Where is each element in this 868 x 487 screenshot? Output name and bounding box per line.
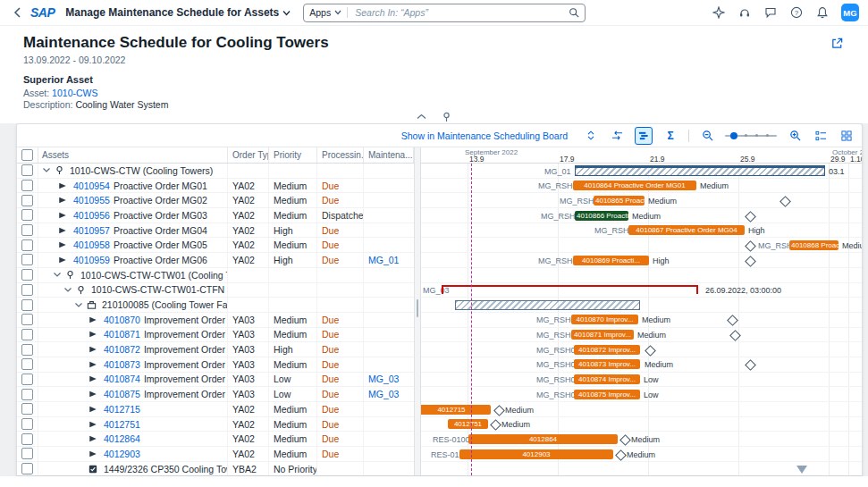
help-icon[interactable]: ? bbox=[789, 5, 804, 20]
row-checkbox[interactable] bbox=[21, 358, 33, 370]
milestone-diamond-icon[interactable] bbox=[729, 330, 741, 341]
order-id-link[interactable]: 4010959 bbox=[73, 255, 110, 265]
milestone-diamond-icon[interactable] bbox=[780, 196, 791, 207]
order-row[interactable]: 4010873Improvement Order MG04YA03MediumD… bbox=[17, 357, 414, 373]
order-id-link[interactable]: 4010874 bbox=[104, 374, 140, 384]
order-row[interactable]: 4010871Improvement Order MG02YA03MediumD… bbox=[17, 328, 414, 343]
asset-group-row[interactable]: 1010-CWS-CTW-CTW01 (Cooling Tower01) bbox=[17, 268, 414, 283]
search-scope-caret-icon[interactable] bbox=[334, 10, 341, 15]
order-row[interactable]: 4012715YA02MediumDue bbox=[17, 402, 414, 417]
order-row[interactable]: 4010957Proactive Order MG04YA02HighDue bbox=[17, 223, 414, 239]
column-header-order-type[interactable]: Order Type bbox=[228, 147, 269, 163]
row-checkbox[interactable] bbox=[21, 239, 33, 251]
milestone-diamond-icon[interactable] bbox=[745, 360, 756, 372]
zoom-out-icon[interactable] bbox=[699, 128, 715, 144]
scheduling-board-link[interactable]: Show in Maintenance Scheduling Board bbox=[401, 130, 568, 141]
row-checkbox[interactable] bbox=[21, 284, 33, 296]
splitter-handle[interactable] bbox=[414, 147, 421, 475]
row-checkbox[interactable] bbox=[21, 389, 33, 400]
support-icon[interactable] bbox=[737, 5, 752, 20]
collapse-header-icon[interactable] bbox=[416, 112, 428, 122]
row-checkbox[interactable] bbox=[21, 164, 33, 176]
order-id-link[interactable]: 4010955 bbox=[73, 195, 110, 206]
order-id-link[interactable]: 4012751 bbox=[104, 419, 140, 430]
milestone-diamond-icon[interactable] bbox=[745, 256, 756, 267]
row-checkbox[interactable] bbox=[21, 209, 33, 221]
row-checkbox[interactable] bbox=[21, 433, 33, 445]
milestone-diamond-icon[interactable] bbox=[615, 449, 627, 461]
gantt-bar[interactable]: 4010875 Improv... bbox=[574, 390, 640, 399]
pin-header-icon[interactable] bbox=[441, 112, 453, 122]
order-row[interactable]: 4010870Improvement Order MG01YA03MediumD… bbox=[17, 313, 414, 328]
app-title-caret-icon[interactable] bbox=[282, 10, 291, 16]
zoom-in-icon[interactable] bbox=[787, 128, 803, 144]
column-header-priority[interactable]: Priority bbox=[269, 147, 317, 163]
gantt-bar[interactable]: 4010868 Proac bbox=[789, 240, 839, 250]
order-row[interactable]: 1449/2326 CP350 Cooling Tower Fan Miami-… bbox=[17, 462, 414, 475]
row-checkbox[interactable] bbox=[21, 448, 33, 459]
maintenance-group-link[interactable]: MG_01 bbox=[368, 255, 399, 265]
legend-icon[interactable] bbox=[813, 128, 829, 144]
order-id-link[interactable]: 4010958 bbox=[73, 239, 110, 250]
collapse-all-icon[interactable] bbox=[583, 128, 599, 144]
marker-triangle-icon[interactable] bbox=[796, 466, 807, 474]
column-header-processing[interactable]: Processin... bbox=[317, 147, 364, 163]
column-header-maintenance[interactable]: Maintena... bbox=[364, 147, 414, 163]
zoom-slider-handle[interactable] bbox=[730, 132, 737, 139]
order-id-link[interactable]: 4010873 bbox=[104, 359, 140, 370]
order-id-link[interactable]: 4010954 bbox=[73, 181, 110, 191]
milestone-diamond-icon[interactable] bbox=[727, 315, 738, 327]
order-row[interactable]: 4010874Improvement Order MG05YA03LowDueM… bbox=[17, 373, 414, 388]
phase-bracket-bar[interactable] bbox=[442, 285, 698, 294]
milestone-diamond-icon[interactable] bbox=[745, 240, 756, 252]
app-title[interactable]: Manage Maintenance Schedule for Assets bbox=[65, 6, 279, 19]
back-icon[interactable] bbox=[9, 4, 25, 21]
milestone-diamond-icon[interactable] bbox=[490, 419, 501, 431]
column-header-assets[interactable]: Assets bbox=[38, 147, 228, 163]
notifications-bell-icon[interactable] bbox=[815, 5, 830, 20]
gantt-bar[interactable]: 4010864 Proactive Order MG01 bbox=[573, 181, 696, 190]
order-row[interactable]: 4010872Improvement Order MG03YA03HighDue bbox=[17, 342, 414, 357]
milestone-diamond-icon[interactable] bbox=[645, 345, 656, 357]
gantt-bar[interactable]: 4012864 bbox=[468, 434, 618, 444]
user-avatar[interactable]: MG bbox=[841, 4, 859, 21]
expand-chevron-icon[interactable] bbox=[74, 302, 85, 308]
row-checkbox[interactable] bbox=[21, 195, 33, 206]
chart-settings-icon[interactable] bbox=[839, 128, 855, 144]
gantt-bar[interactable]: 4010867 Proactive Order MG04 bbox=[628, 225, 745, 235]
zoom-slider-track[interactable] bbox=[725, 135, 777, 137]
gantt-bar[interactable] bbox=[575, 165, 825, 176]
order-id-link[interactable]: 4010875 bbox=[104, 389, 140, 399]
feedback-icon[interactable] bbox=[763, 5, 778, 20]
order-id-link[interactable]: 4010956 bbox=[73, 210, 110, 221]
row-checkbox[interactable] bbox=[21, 329, 33, 340]
row-checkbox[interactable] bbox=[21, 463, 33, 474]
order-id-link[interactable]: 4012903 bbox=[104, 449, 140, 459]
order-id-link[interactable]: 4010872 bbox=[104, 344, 140, 355]
gantt-bar[interactable]: 4012751 bbox=[448, 419, 488, 429]
row-checkbox[interactable] bbox=[21, 254, 33, 265]
order-row[interactable]: 4012751YA02MediumDue bbox=[17, 417, 414, 432]
milestone-diamond-icon[interactable] bbox=[493, 405, 505, 416]
row-checkbox[interactable] bbox=[21, 314, 33, 325]
maintenance-group-link[interactable]: MG_03 bbox=[368, 374, 399, 384]
order-id-link[interactable]: 4010870 bbox=[104, 315, 140, 325]
gantt-chart-toggle-icon[interactable] bbox=[635, 127, 653, 145]
gantt-bar[interactable]: 4012715 bbox=[421, 405, 491, 415]
gantt-bar[interactable]: 4010869 Proacti... bbox=[573, 256, 649, 265]
row-checkbox[interactable] bbox=[21, 299, 33, 311]
gantt-bar[interactable]: 4010873 Improv... bbox=[574, 359, 640, 369]
search-scope-label[interactable]: Apps bbox=[309, 7, 331, 18]
asset-group-row[interactable]: 210100085 (Cooling Tower Fan) bbox=[17, 298, 414, 313]
row-checkbox[interactable] bbox=[21, 344, 33, 356]
gantt-bar[interactable] bbox=[455, 300, 640, 310]
gantt-bar[interactable]: 4010866 Proacti... bbox=[575, 211, 628, 221]
order-row[interactable]: 4010954Proactive Order MG01YA02MediumDue bbox=[17, 179, 414, 194]
order-id-link[interactable]: 4012715 bbox=[104, 404, 140, 415]
expand-chevron-icon[interactable] bbox=[63, 287, 74, 293]
expand-chevron-icon[interactable] bbox=[42, 167, 53, 173]
gantt-bar[interactable]: 4010865 Proacti... bbox=[594, 196, 645, 206]
gantt-bar[interactable]: 4010871 Improv... bbox=[571, 330, 634, 340]
milestone-diamond-icon[interactable] bbox=[619, 434, 631, 446]
order-row[interactable]: 4010875Improvement Order MG06YA03LowDueM… bbox=[17, 387, 414, 402]
